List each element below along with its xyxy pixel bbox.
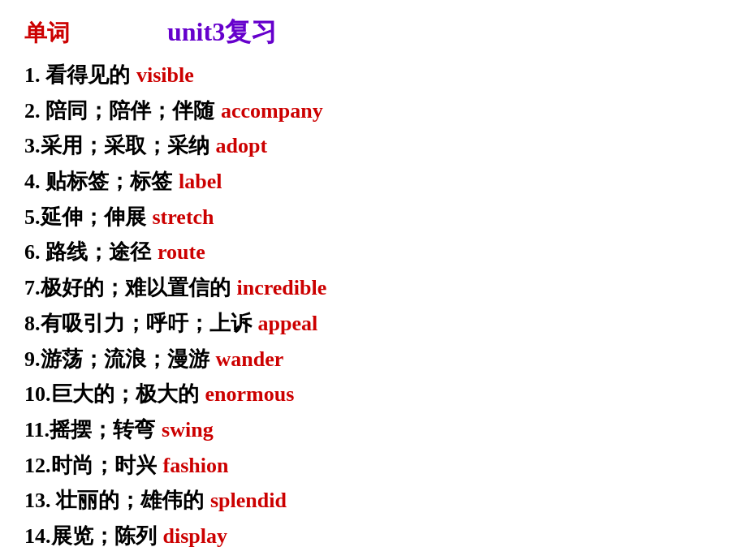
vocab-item-7: 7.极好的；难以置信的incredible: [24, 273, 723, 304]
chinese-text-3: 3.采用；采取；采纳: [24, 131, 209, 162]
vocab-item-10: 10.巨大的；极大的enormous: [24, 379, 723, 410]
english-text-14: display: [163, 521, 228, 552]
vocab-list: 1. 看得见的visible2. 陪同；陪伴；伴随accompany3.采用；采…: [24, 60, 723, 560]
chinese-text-14: 14.展览；陈列: [24, 521, 157, 552]
header-row: 单词 unit3复习: [24, 15, 723, 50]
english-text-9: wander: [216, 344, 284, 375]
chinese-text-9: 9.游荡；流浪；漫游: [24, 344, 209, 375]
english-text-13: splendid: [210, 485, 287, 516]
chinese-text-15: 15.食欲；胃口: [24, 557, 157, 560]
vocab-item-15: 15.食欲；胃口appetite: [24, 557, 723, 560]
vocab-item-9: 9.游荡；流浪；漫游wander: [24, 344, 723, 375]
chinese-text-2: 2. 陪同；陪伴；伴随: [24, 96, 214, 127]
vocab-item-4: 4. 贴标签；标签label: [24, 166, 723, 197]
english-text-6: route: [158, 237, 205, 268]
english-text-5: stretch: [153, 202, 214, 233]
english-text-3: adopt: [216, 131, 268, 162]
english-text-4: label: [179, 166, 222, 197]
chinese-text-6: 6. 路线；途径: [24, 237, 151, 268]
english-text-8: appeal: [258, 308, 318, 339]
chinese-text-11: 11.摇摆；转弯: [24, 415, 155, 446]
vocab-item-8: 8.有吸引力；呼吁；上诉appeal: [24, 308, 723, 339]
vocab-item-13: 13. 壮丽的；雄伟的splendid: [24, 485, 723, 516]
chinese-text-1: 1. 看得见的: [24, 60, 130, 91]
vocab-item-6: 6. 路线；途径route: [24, 237, 723, 268]
chinese-text-10: 10.巨大的；极大的: [24, 379, 199, 410]
chinese-text-4: 4. 贴标签；标签: [24, 166, 172, 197]
english-text-10: enormous: [205, 379, 295, 410]
vocab-item-1: 1. 看得见的visible: [24, 60, 723, 91]
chinese-text-7: 7.极好的；难以置信的: [24, 273, 231, 304]
vocab-item-5: 5.延伸；伸展stretch: [24, 202, 723, 233]
vocab-item-2: 2. 陪同；陪伴；伴随accompany: [24, 96, 723, 127]
chinese-text-13: 13. 壮丽的；雄伟的: [24, 485, 204, 516]
header-title: unit3复习: [167, 15, 277, 50]
english-text-2: accompany: [221, 96, 323, 127]
english-text-12: fashion: [163, 450, 229, 481]
vocab-item-14: 14.展览；陈列display: [24, 521, 723, 552]
chinese-text-12: 12.时尚；时兴: [24, 450, 157, 481]
english-text-7: incredible: [237, 273, 327, 304]
vocab-item-11: 11.摇摆；转弯swing: [24, 415, 723, 446]
vocab-item-12: 12.时尚；时兴fashion: [24, 450, 723, 481]
english-text-11: swing: [162, 415, 214, 446]
english-text-1: visible: [136, 60, 194, 91]
header-chinese-label: 单词: [24, 18, 70, 49]
vocab-item-3: 3.采用；采取；采纳adopt: [24, 131, 723, 162]
chinese-text-8: 8.有吸引力；呼吁；上诉: [24, 308, 252, 339]
chinese-text-5: 5.延伸；伸展: [24, 202, 146, 233]
page-container: 单词 unit3复习 1. 看得见的visible2. 陪同；陪伴；伴随acco…: [0, 0, 747, 560]
english-text-15: appetite: [163, 557, 236, 560]
